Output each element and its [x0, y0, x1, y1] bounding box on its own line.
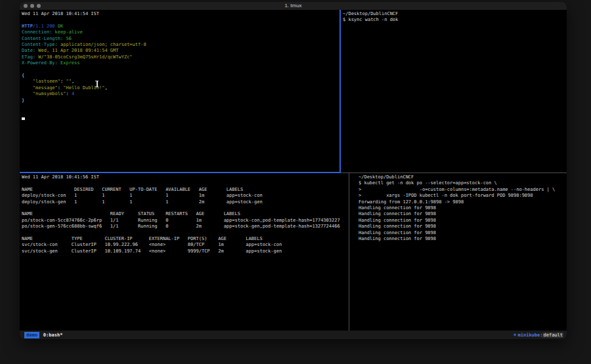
terminal-text-segment: :: [66, 91, 71, 96]
terminal-line: svc/stock-con ClusterIP 10.99.222.96 <no…: [22, 242, 349, 248]
terminal-line: Handling connection for 9898: [359, 205, 567, 211]
terminal-text-segment: /1.1 200: [33, 24, 58, 29]
mouse-text-cursor: [95, 81, 99, 87]
terminal-text-segment: Date:: [22, 48, 35, 53]
terminal-text-segment: Express: [58, 60, 80, 66]
terminal-text-segment: NAME TYPE CLUSTER-IP EXTERNAL-IP PORT(S)…: [22, 236, 263, 241]
terminal-line: NAME DESIRED CURRENT UP-TO-DATE AVAILABL…: [22, 187, 349, 193]
terminal-line: [22, 180, 349, 186]
terminal-text-segment: ~/Desktop/DublinCNCF: [359, 174, 414, 180]
pane-http-response[interactable]: Wed 11 Apr 2018 10:41:54 IST HTTP/1.1 20…: [20, 10, 339, 172]
terminal-line: Handling connection for 9898: [359, 230, 567, 236]
zoom-window-icon[interactable]: [37, 4, 41, 8]
terminal-text-segment: po/stock-con-5cc874766c-2p6rp 1/1 Runnin…: [22, 218, 340, 223]
block-cursor: [22, 117, 25, 120]
terminal-line: Handling connection for 9898: [359, 224, 567, 230]
kube-status: ⎈ minikube : default: [514, 332, 563, 338]
terminal-text-segment: Wed, 11 Apr 2018 09:41:54 GMT: [35, 48, 118, 53]
terminal-text-segment: X-Powered-By:: [22, 60, 58, 66]
terminal-text-segment: NAME READY STATUS RESTARTS AGE LABELS: [22, 211, 240, 216]
terminal-text-segment: svc/stock-gen ClusterIP 10.109.197.74 <n…: [22, 249, 282, 254]
terminal-line: ~/Desktop/DublinCNCF: [359, 174, 567, 180]
close-window-icon[interactable]: [24, 4, 28, 8]
terminal-text-segment: po/stock-gen-576cc688bb-swqf6 1/1 Runnin…: [22, 224, 340, 229]
desktop-background: 1. tmux Wed 11 Apr 2018 10:41:54 IST HTT…: [0, 0, 591, 364]
terminal-line: [22, 116, 339, 122]
terminal-line: {: [22, 73, 339, 79]
terminal-line: [22, 205, 349, 211]
terminal-text-segment: Handling connection for 9898: [359, 236, 436, 241]
terminal-line: ETag: W/"38-05coCsrg3mQ75sHr1d/qcWTwYZc": [22, 54, 339, 60]
window-controls: [24, 4, 41, 8]
terminal-text-segment: 56: [63, 36, 72, 41]
terminal-line: Handling connection for 9898: [359, 211, 567, 217]
terminal-line: > -o=custom-columns=:metadata.name --no-…: [359, 187, 567, 193]
terminal-text-segment: Handling connection for 9898: [359, 224, 436, 229]
terminal-text-segment: Handling connection for 9898: [359, 230, 436, 235]
terminal-line: [22, 17, 339, 23]
terminal-text-segment: Handling connection for 9898: [359, 205, 436, 211]
terminal-line: [22, 67, 339, 73]
terminal-line: po/stock-gen-576cc688bb-swqf6 1/1 Runnin…: [22, 224, 349, 230]
terminal-text-segment: ETag:: [22, 54, 35, 60]
terminal-line: deploy/stock-con 1 1 1 1 1m app=stock-co…: [22, 193, 349, 199]
terminal-text-segment: ,: [72, 79, 74, 84]
terminal-line: svc/stock-gen ClusterIP 10.109.197.74 <n…: [22, 249, 349, 254]
terminal-line: Wed 11 Apr 2018 10:41:54 IST: [22, 11, 339, 17]
terminal-text-segment: "": [66, 79, 71, 84]
window-list-item[interactable]: 0:bash*: [43, 333, 63, 338]
pane-border-vertical-bottom: [349, 173, 349, 331]
terminal-line: > xargs -IPOD kubectl -n dok port-forwar…: [359, 193, 567, 199]
terminal-line: }: [22, 98, 339, 104]
terminal-text-segment: NAME DESIRED CURRENT UP-TO-DATE AVAILABL…: [22, 187, 243, 192]
kubernetes-helm-icon: ⎈: [514, 332, 517, 338]
terminal-line: Handling connection for 9898: [359, 218, 567, 224]
pane-ksync-watch[interactable]: ~/Desktop/DublinCNCF$ ksync watch -n dok: [341, 10, 567, 172]
session-name-badge[interactable]: demo: [24, 332, 39, 338]
ibeam-shape: [97, 81, 97, 87]
terminal-text-segment: Wed 11 Apr 2018 10:41:56 IST: [22, 174, 99, 180]
terminal-line: $ kubectl get -n dok po --selector=app=s…: [359, 180, 567, 186]
terminal-text-segment: Content-Length:: [22, 36, 63, 41]
terminal-text-segment: Handling connection for 9898: [359, 211, 436, 216]
terminal-line: "lastseen": "",: [22, 79, 339, 85]
terminal-text-segment: deploy/stock-gen 1 1 1 1 2m app=stock-ge…: [22, 199, 263, 205]
terminal-line: [22, 110, 339, 116]
terminal-text-segment: Wed 11 Apr 2018 10:41:54 IST: [22, 11, 99, 16]
terminal-text-segment: Connection:: [22, 30, 52, 35]
terminal-line: Wed 11 Apr 2018 10:41:56 IST: [22, 174, 349, 180]
terminal-line: HTTP/1.1 200 OK: [22, 24, 339, 30]
terminal-line: Handling connection for 9898: [359, 236, 567, 242]
terminal-text-segment: OK: [58, 24, 63, 29]
terminal-text-segment: "numsymbols": [33, 91, 66, 96]
terminal-text-segment: keep-alive: [52, 30, 82, 35]
kube-context: minikube: [518, 333, 540, 338]
terminal-text-segment: > -o=custom-columns=:metadata.name --no-…: [359, 187, 555, 192]
terminal-line: Forwarding from 127.0.0.1:9898 -> 9898: [359, 199, 567, 205]
terminal-text-segment: ,: [104, 85, 107, 91]
terminal-text-segment: [22, 91, 33, 96]
terminal-line: Content-Length: 56: [22, 36, 339, 42]
terminal-line: Connection: keep-alive: [22, 30, 339, 35]
terminal-line: $ ksync watch -n dok: [343, 17, 567, 23]
terminal-text-segment: Forwarding from 127.0.0.1:9898 -> 9898: [359, 199, 464, 205]
terminal-line: po/stock-con-5cc874766c-2p6rp 1/1 Runnin…: [22, 218, 349, 224]
pane-port-forward[interactable]: ~/Desktop/DublinCNCF$ kubectl get -n dok…: [357, 173, 567, 331]
terminal-text-segment: deploy/stock-con 1 1 1 1 1m app=stock-co…: [22, 193, 263, 198]
status-bar-left: demo 0:bash*: [24, 332, 62, 338]
terminal-text-segment: {: [22, 73, 24, 78]
terminal-text-segment: $ ksync watch -n dok: [343, 17, 398, 22]
terminal-line: ~/Desktop/DublinCNCF: [343, 11, 567, 17]
window-titlebar[interactable]: 1. tmux: [20, 2, 567, 10]
terminal-text-segment: "lastseen": [33, 79, 60, 84]
terminal-text-segment: svc/stock-con ClusterIP 10.99.222.96 <no…: [22, 242, 282, 247]
minimize-window-icon[interactable]: [30, 4, 34, 8]
terminal-text-segment: :: [58, 85, 63, 91]
terminal-line: "numsymbols": 4: [22, 91, 339, 97]
pane-kubectl-get[interactable]: Wed 11 Apr 2018 10:41:56 IST NAME DESIRE…: [20, 173, 349, 331]
terminal-text-segment: 4: [72, 91, 74, 96]
terminal-text-segment: HTTP: [22, 24, 33, 29]
terminal-line: Date: Wed, 11 Apr 2018 09:41:54 GMT: [22, 48, 339, 54]
terminal-text-segment: Handling connection for 9898: [359, 218, 436, 223]
terminal-text-segment: Content-Type:: [22, 42, 58, 47]
